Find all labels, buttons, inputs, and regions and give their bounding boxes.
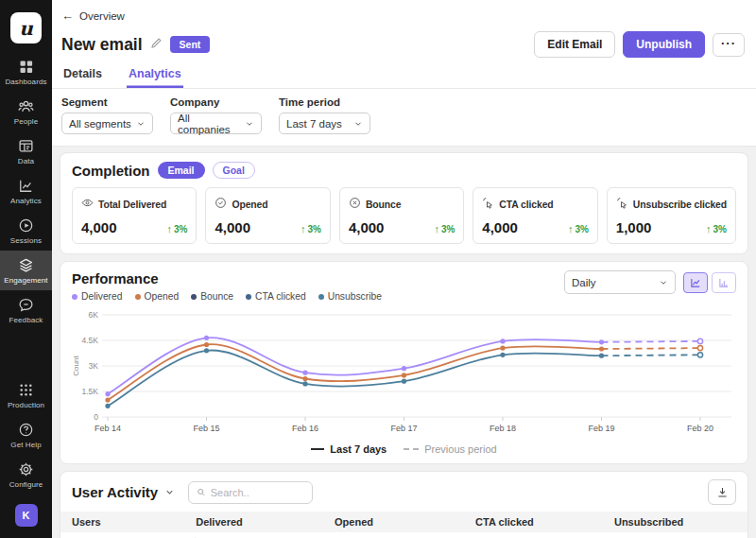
sidebar-item-feedback[interactable]: Feedback: [0, 290, 52, 330]
svg-text:Feb 20: Feb 20: [687, 424, 713, 433]
legend-cta-clicked[interactable]: CTA clicked: [246, 291, 306, 302]
chevron-down-icon: [136, 119, 146, 129]
goal-pill[interactable]: Goal: [213, 162, 255, 179]
svg-text:3K: 3K: [89, 361, 99, 371]
stat-label: CTA clicked: [499, 200, 553, 210]
tab-details[interactable]: Details: [61, 64, 104, 88]
more-options-button[interactable]: ···: [713, 33, 745, 57]
chevron-down-icon: [164, 487, 175, 497]
svg-text:4.5K: 4.5K: [82, 336, 99, 345]
eye-icon: [81, 196, 94, 213]
line-chart-toggle[interactable]: [683, 272, 708, 293]
user-avatar[interactable]: K: [15, 504, 38, 527]
sidebar-item-people[interactable]: People: [0, 92, 52, 131]
back-link[interactable]: Overview: [79, 10, 125, 22]
stat-value: 4,000: [215, 219, 250, 235]
search-box[interactable]: [188, 481, 313, 504]
solid-line-swatch: [311, 448, 324, 450]
svg-text:1.5K: 1.5K: [82, 387, 99, 396]
legend-delivered[interactable]: Delivered: [72, 291, 123, 302]
svg-text:Feb 17: Feb 17: [390, 424, 417, 433]
company-select[interactable]: All companies: [170, 113, 262, 134]
main-area: ← Overview New email Sent Edit Email Unp…: [52, 0, 756, 538]
search-input[interactable]: [211, 487, 304, 498]
sidebar-item-label: People: [14, 117, 39, 126]
user-activity-title-dropdown[interactable]: User Activity: [72, 484, 175, 500]
stat-unsubscribe-clicked: Unsubscribe clicked 1,000 ↑3%: [607, 187, 736, 244]
segment-select[interactable]: All segments: [61, 113, 153, 134]
email-pill[interactable]: Email: [158, 162, 205, 179]
completion-header: Completion Email Goal: [72, 162, 736, 179]
legend-dot: [191, 294, 197, 300]
sidebar-item-label: Configure: [9, 480, 43, 489]
user-activity-header: User Activity: [60, 472, 747, 512]
sidebar-item-configure[interactable]: Configure: [0, 455, 52, 495]
interval-select[interactable]: Daily: [564, 270, 676, 294]
sidebar-item-analytics[interactable]: Analytics: [0, 171, 52, 211]
sidebar-item-sessions[interactable]: Sessions: [0, 211, 52, 251]
performance-section: Performance Delivered Opened Bounce CTA …: [60, 261, 748, 464]
column-opened: Opened: [335, 516, 475, 528]
tab-bar: Details Analytics: [52, 64, 756, 89]
period-legend-previous[interactable]: Previous period: [404, 443, 496, 455]
stat-opened: Opened 4,000 ↑3%: [205, 187, 330, 244]
interval-select-value: Daily: [572, 277, 596, 288]
legend-dot: [72, 294, 77, 300]
column-unsubscribed: Unsubscribed: [614, 516, 747, 528]
segment-select-value: All segments: [69, 118, 131, 130]
svg-text:Count: Count: [72, 356, 80, 376]
svg-text:6K: 6K: [89, 310, 99, 320]
user-activity-title: User Activity: [72, 484, 158, 500]
sidebar-item-engagement[interactable]: Engagement: [0, 251, 52, 290]
svg-text:0: 0: [94, 412, 98, 422]
edit-email-button[interactable]: Edit Email: [534, 31, 615, 58]
chevron-down-icon: [245, 119, 254, 129]
sidebar-item-production[interactable]: Production: [0, 375, 52, 415]
bar-chart-icon: [718, 277, 730, 288]
sidebar: u Dashboards People Data Analytics Sessi…: [0, 0, 52, 538]
stat-value: 4,000: [482, 219, 518, 235]
performance-chart[interactable]: 01.5K3K4.5K6KCountFeb 14Feb 15Feb 16Feb …: [72, 304, 736, 443]
sidebar-item-data[interactable]: Data: [0, 131, 52, 171]
legend-dot: [318, 294, 324, 300]
unpublish-button[interactable]: Unpublish: [623, 31, 705, 58]
legend-unsubscribe[interactable]: Unsubscribe: [318, 291, 382, 302]
time-period-select[interactable]: Last 7 days: [279, 113, 370, 134]
time-period-filter-label: Time period: [279, 96, 370, 108]
stat-change: ↑3%: [706, 223, 727, 234]
performance-title: Performance: [72, 270, 382, 286]
sidebar-item-label: Feedback: [9, 316, 43, 324]
back-arrow-icon[interactable]: ←: [61, 9, 74, 23]
sidebar-item-dashboards[interactable]: Dashboards: [0, 52, 52, 92]
bar-chart-toggle[interactable]: [712, 272, 736, 293]
edit-title-icon[interactable]: [150, 36, 163, 53]
stat-label: Bounce: [366, 200, 402, 210]
page-header: ← Overview New email Sent Edit Email Unp…: [52, 0, 756, 147]
stat-value: 4,000: [349, 219, 385, 235]
engagement-icon: [18, 257, 34, 273]
search-icon: [197, 487, 206, 497]
legend-opened[interactable]: Opened: [135, 291, 180, 302]
cursor-click-icon: [616, 196, 628, 213]
get-help-icon: [18, 422, 34, 438]
segment-filter-label: Segment: [61, 96, 153, 108]
period-legend-current[interactable]: Last 7 days: [311, 443, 387, 455]
completion-title: Completion: [72, 163, 150, 179]
company-select-value: All companies: [178, 113, 245, 135]
period-legend: Last 7 days Previous period: [72, 443, 736, 458]
app-logo[interactable]: u: [10, 12, 42, 43]
sidebar-item-label: Get Help: [10, 441, 41, 449]
download-button[interactable]: [708, 479, 736, 505]
performance-controls: Daily: [564, 270, 736, 294]
stat-value: 4,000: [81, 219, 117, 235]
legend-bounce[interactable]: Bounce: [191, 291, 233, 302]
up-arrow-icon: ↑: [568, 223, 574, 234]
svg-text:Feb 19: Feb 19: [588, 424, 614, 433]
sidebar-item-get-help[interactable]: Get Help: [0, 415, 52, 455]
company-filter: Company All companies: [170, 96, 262, 134]
tab-analytics[interactable]: Analytics: [127, 64, 183, 88]
completion-section: Completion Email Goal Total Delivered 4,…: [60, 152, 748, 254]
table-row[interactable]: AS Alice Smith aaa No 0 0 No: [60, 532, 747, 538]
feedback-icon: [18, 297, 34, 313]
cursor-click-icon: [482, 196, 494, 213]
